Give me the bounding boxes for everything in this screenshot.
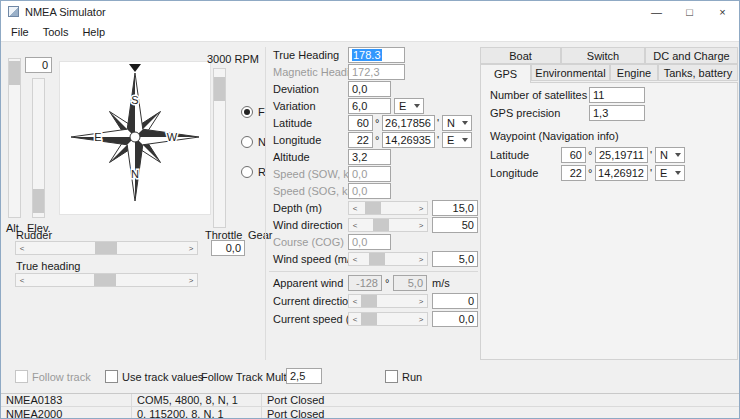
longitude-minutes-field[interactable]: 14,26935 — [382, 132, 435, 148]
slider-right-arrow-icon[interactable]: > — [415, 219, 427, 231]
apparent-wind-speed-field: 5,0 — [393, 275, 427, 291]
minute-symbol: ' — [437, 117, 439, 130]
elevation-value-field[interactable]: 0 — [25, 57, 52, 73]
use-track-values-checkbox[interactable] — [105, 370, 118, 383]
rudder-slider-thumb[interactable] — [95, 242, 117, 254]
slider-right-arrow-icon[interactable]: > — [185, 242, 197, 254]
slider-left-arrow-icon[interactable]: < — [16, 242, 28, 254]
wind-speed-value-field[interactable]: 5,0 — [432, 251, 478, 267]
slider-left-arrow-icon[interactable]: < — [16, 274, 28, 286]
depth-slider-thumb[interactable] — [365, 202, 381, 214]
rudder-slider-track[interactable] — [28, 242, 185, 254]
altitude-field[interactable]: 3,2 — [348, 149, 391, 165]
wind-speed-slider-thumb[interactable] — [369, 253, 385, 265]
wind-direction-slider-thumb[interactable] — [373, 219, 389, 231]
menu-tools[interactable]: Tools — [36, 24, 76, 40]
slider-left-arrow-icon[interactable]: < — [349, 295, 361, 307]
minimize-icon[interactable]: — — [640, 1, 673, 22]
depth-slider[interactable]: < > — [348, 201, 428, 215]
selected-text: 178.3 — [352, 49, 382, 61]
run-checkbox[interactable] — [385, 370, 398, 383]
current-direction-slider-thumb[interactable] — [361, 295, 377, 307]
gear-forward-radio[interactable]: F — [241, 106, 265, 118]
gear-reverse-radio[interactable]: R — [241, 166, 266, 178]
wind-direction-value-field[interactable]: 50 — [432, 217, 478, 233]
slider-right-arrow-icon[interactable]: > — [415, 295, 427, 307]
slider-right-arrow-icon[interactable]: > — [415, 202, 427, 214]
tab-switch[interactable]: Switch — [561, 47, 645, 64]
menu-help[interactable]: Help — [75, 24, 112, 40]
gear-neutral-radio[interactable]: N — [241, 136, 266, 148]
close-icon[interactable]: × — [706, 1, 739, 22]
waypoint-longitude-minutes-field[interactable]: 14,26912 — [595, 165, 648, 181]
rpm-slider[interactable] — [213, 68, 226, 228]
satellites-field[interactable]: 11 — [589, 87, 645, 103]
current-direction-slider[interactable]: < > — [348, 294, 428, 308]
slider-right-arrow-icon[interactable]: > — [415, 253, 427, 265]
elevation-slider-thumb[interactable] — [33, 189, 44, 213]
window-controls: — □ × — [640, 1, 739, 22]
true-heading-slider-track[interactable] — [28, 274, 185, 286]
deviation-field[interactable]: 0,0 — [348, 81, 391, 97]
tab-gps[interactable]: GPS — [480, 64, 531, 83]
waypoint-longitude-label: Longitude — [490, 167, 538, 180]
minute-symbol: ' — [437, 134, 439, 147]
current-direction-slider-track[interactable] — [361, 295, 415, 307]
compass-label-left: E — [94, 131, 101, 143]
current-speed-value-field[interactable]: 0,0 — [432, 311, 478, 327]
waypoint-latitude-minutes-field[interactable]: 25,19711 — [595, 147, 648, 163]
current-speed-slider-thumb[interactable] — [361, 313, 377, 325]
menu-file[interactable]: File — [4, 24, 36, 40]
rudder-slider[interactable]: < > — [15, 241, 198, 255]
waypoint-latitude-label: Latitude — [490, 149, 529, 162]
current-direction-value-field[interactable]: 0 — [432, 293, 478, 309]
longitude-degrees-field[interactable]: 22 — [348, 132, 373, 148]
combo-value: E — [399, 100, 406, 112]
tab-environmental[interactable]: Environmental — [531, 64, 610, 81]
altitude-label: Altitude — [273, 151, 310, 164]
tab-tanks-battery[interactable]: Tanks, battery — [658, 64, 738, 81]
true-heading-slider[interactable]: < > — [15, 273, 198, 287]
maximize-icon[interactable]: □ — [673, 1, 706, 22]
true-heading-slider-thumb[interactable] — [94, 274, 116, 286]
gps-precision-field[interactable]: 1,3 — [589, 105, 645, 121]
wind-speed-slider[interactable]: < > — [348, 252, 428, 266]
slider-left-arrow-icon[interactable]: < — [349, 202, 361, 214]
rpm-slider-thumb[interactable] — [214, 77, 225, 101]
wind-direction-slider[interactable]: < > — [348, 218, 428, 232]
current-speed-slider[interactable]: < > — [348, 312, 428, 326]
altitude-slider[interactable] — [8, 58, 21, 218]
variation-label: Variation — [273, 100, 316, 113]
variation-field[interactable]: 6,0 — [348, 98, 391, 114]
throttle-value-field[interactable]: 0,0 — [211, 240, 245, 256]
slider-left-arrow-icon[interactable]: < — [349, 253, 361, 265]
elevation-slider[interactable] — [32, 78, 45, 218]
course-cog-label: Course (COG) — [273, 236, 344, 249]
latitude-minutes-field[interactable]: 26,17856 — [382, 115, 435, 131]
latitude-degrees-field[interactable]: 60 — [348, 115, 373, 131]
depth-slider-track[interactable] — [361, 202, 415, 214]
variation-hemisphere-select[interactable]: E — [394, 98, 424, 114]
depth-value-field[interactable]: 15,0 — [432, 200, 478, 216]
latitude-hemisphere-select[interactable]: N — [442, 115, 472, 131]
slider-left-arrow-icon[interactable]: < — [349, 219, 361, 231]
slider-right-arrow-icon[interactable]: > — [415, 313, 427, 325]
wind-direction-slider-track[interactable] — [361, 219, 415, 231]
slider-right-arrow-icon[interactable]: > — [185, 274, 197, 286]
altitude-slider-thumb[interactable] — [9, 61, 20, 85]
waypoint-latitude-degrees-field[interactable]: 60 — [561, 147, 586, 163]
tab-boat[interactable]: Boat — [480, 47, 561, 64]
wind-speed-slider-track[interactable] — [361, 253, 415, 265]
waypoint-longitude-hemisphere-select[interactable]: E — [655, 165, 685, 181]
current-speed-slider-track[interactable] — [361, 313, 415, 325]
waypoint-latitude-hemisphere-select[interactable]: N — [655, 147, 685, 163]
tab-dc-and-charge[interactable]: DC and Charge — [645, 47, 738, 64]
waypoint-longitude-degrees-field[interactable]: 22 — [561, 165, 586, 181]
follow-track-multiplier-field[interactable]: 2,5 — [286, 368, 322, 384]
degree-symbol: ° — [375, 134, 379, 147]
apparent-wind-angle-field: -128 — [348, 275, 382, 291]
slider-left-arrow-icon[interactable]: < — [349, 313, 361, 325]
true-heading-field[interactable]: 178.3 — [348, 47, 405, 63]
tab-engine[interactable]: Engine — [610, 64, 658, 81]
longitude-hemisphere-select[interactable]: E — [442, 132, 472, 148]
